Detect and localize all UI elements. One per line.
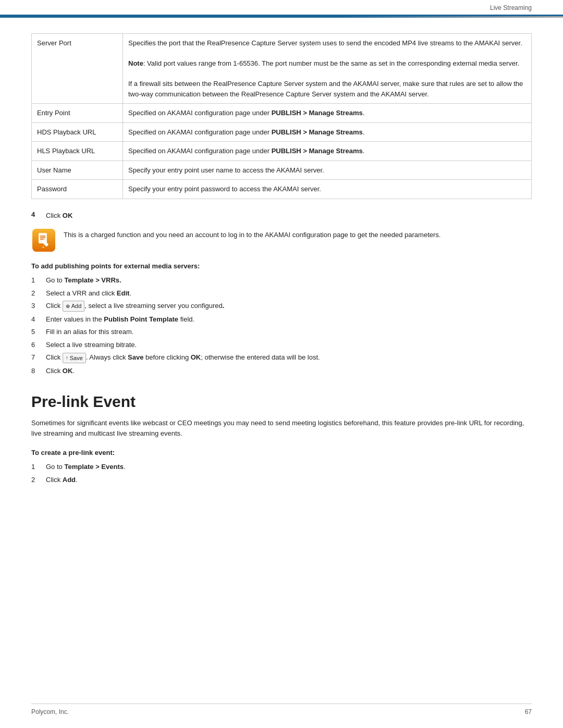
step-content: Select a live streaming bitrate.: [46, 340, 532, 350]
password-desc: Specify your entry point password to acc…: [128, 185, 321, 193]
step-content: Click ⊕ Add, select a live streaming ser…: [46, 301, 532, 312]
step-num: 2: [31, 288, 46, 299]
header-title: Live Streaming: [490, 4, 532, 11]
step-num: 7: [31, 352, 46, 363]
list-item: 4 Enter values in the Publish Point Temp…: [31, 314, 532, 325]
note-text: This is a charged function and you need …: [64, 228, 440, 240]
table-cell-desc: Specified on AKAMAI configuration page u…: [123, 142, 532, 161]
list-item: 5 Fill in an alias for this stream.: [31, 327, 532, 337]
list-item: 1 Go to Template > VRRs.: [31, 275, 532, 286]
table-row: User Name Specify your entry point user …: [32, 161, 532, 180]
step-content: Click Add.: [46, 475, 532, 485]
server-port-desc1: Specifies the port that the RealPresence…: [128, 39, 522, 47]
save-button-inline: ↑ Save: [63, 353, 86, 364]
publishing-steps-list: 1 Go to Template > VRRs. 2 Select a VRR …: [31, 275, 532, 376]
note-box: This is a charged function and you need …: [31, 228, 532, 253]
step-num: 8: [31, 366, 46, 376]
publishing-heading-text: To add publishing points for external me…: [31, 262, 200, 270]
hds-url-desc: Specified on AKAMAI configuration page u…: [128, 128, 364, 136]
table-cell-desc: Specifies the port that the RealPresence…: [123, 34, 532, 104]
parameter-table: Server Port Specifies the port that the …: [31, 33, 532, 199]
step-num: 2: [31, 475, 46, 485]
step-num: 6: [31, 340, 46, 350]
table-cell-desc: Specified on AKAMAI configuration page u…: [123, 104, 532, 123]
table-cell-desc: Specify your entry point password to acc…: [123, 180, 532, 199]
step4-number: 4: [31, 211, 46, 218]
step-num: 3: [31, 301, 46, 311]
server-port-firewall: If a firewall sits between the RealPrese…: [128, 80, 523, 98]
top-bar: Live Streaming: [0, 0, 563, 16]
step4-text: Click OK: [46, 211, 72, 221]
note-icon: [31, 228, 56, 253]
chapter-intro: Sometimes for significant events like we…: [31, 418, 532, 440]
step-content: Enter values in the Publish Point Templa…: [46, 314, 532, 325]
step-content: Go to Template > Events.: [46, 462, 532, 472]
save-icon: ↑: [66, 354, 68, 362]
plus-icon: ⊕: [66, 302, 70, 310]
table-cell-desc: Specify your entry point user name to ac…: [123, 161, 532, 180]
list-item: 3 Click ⊕ Add, select a live streaming s…: [31, 301, 532, 312]
list-item: 7 Click ↑ Save. Always click Save before…: [31, 352, 532, 363]
username-desc: Specify your entry point user name to ac…: [128, 166, 324, 174]
list-item: 2 Select a VRR and click Edit.: [31, 288, 532, 299]
table-cell-label: Entry Point: [32, 104, 123, 123]
step-num: 4: [31, 314, 46, 325]
prelink-steps-list: 1 Go to Template > Events. 2 Click Add.: [31, 462, 532, 485]
step-content: Fill in an alias for this stream.: [46, 327, 532, 337]
step-content: Click ↑ Save. Always click Save before c…: [46, 352, 532, 363]
table-row: Entry Point Specified on AKAMAI configur…: [32, 104, 532, 123]
chapter-title: Pre-link Event: [31, 393, 532, 411]
table-row: Server Port Specifies the port that the …: [32, 34, 532, 104]
table-cell-label: HLS Playback URL: [32, 142, 123, 161]
footer: Polycom, Inc. 67: [31, 704, 532, 715]
entry-point-desc: Specified on AKAMAI configuration page u…: [128, 109, 364, 117]
hls-url-desc: Specified on AKAMAI configuration page u…: [128, 147, 364, 155]
step-content: Select a VRR and click Edit.: [46, 288, 532, 299]
page-container: Live Streaming Server Port Specifies the…: [0, 0, 563, 728]
table-cell-label: User Name: [32, 161, 123, 180]
table-row: HDS Playback URL Specified on AKAMAI con…: [32, 122, 532, 142]
publishing-section-heading: To add publishing points for external me…: [31, 262, 532, 270]
table-row: HLS Playback URL Specified on AKAMAI con…: [32, 142, 532, 161]
list-item: 6 Select a live streaming bitrate.: [31, 340, 532, 350]
add-button-inline: ⊕ Add: [63, 301, 85, 312]
table-cell-desc: Specified on AKAMAI configuration page u…: [123, 122, 532, 142]
step-content: Go to Template > VRRs.: [46, 275, 532, 286]
step-content: Click OK.: [46, 366, 532, 376]
list-item: 1 Go to Template > Events.: [31, 462, 532, 472]
table-cell-label: Server Port: [32, 34, 123, 104]
table-cell-label: HDS Playback URL: [32, 122, 123, 142]
server-port-note: Note: Valid port values range from 1-655…: [128, 59, 519, 67]
table-cell-label: Password: [32, 180, 123, 199]
footer-left: Polycom, Inc.: [31, 708, 69, 715]
step4-click-ok: 4 Click OK: [31, 211, 532, 221]
footer-right: 67: [525, 708, 532, 715]
create-prelink-heading: To create a pre-link event:: [31, 449, 532, 456]
list-item: 8 Click OK.: [31, 366, 532, 376]
note-content: This is a charged function and you need …: [64, 231, 440, 239]
table-row: Password Specify your entry point passwo…: [32, 180, 532, 199]
step-num: 5: [31, 327, 46, 337]
step-num: 1: [31, 462, 46, 472]
main-content: Server Port Specifies the port that the …: [0, 18, 563, 519]
list-item: 2 Click Add.: [31, 475, 532, 485]
step-num: 1: [31, 275, 46, 286]
